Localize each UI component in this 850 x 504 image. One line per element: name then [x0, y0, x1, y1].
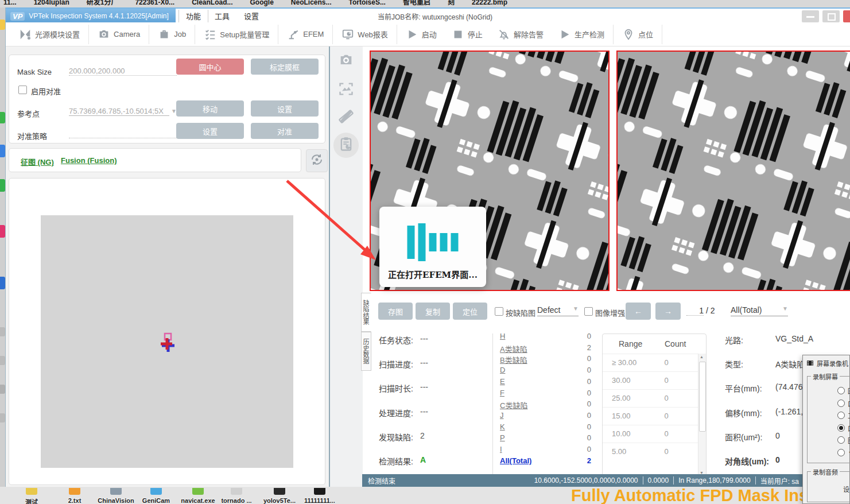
bookmark-item[interactable]: 智电重启 — [403, 0, 430, 7]
bookmark-item[interactable]: 722361-X0... — [135, 0, 174, 7]
desktop-icon[interactable] — [0, 20, 5, 30]
by-defect-checkbox[interactable] — [495, 307, 503, 316]
status-row-value: 2 — [420, 431, 425, 440]
refresh-button[interactable] — [306, 149, 328, 172]
toolbar-play[interactable]: 启动 — [398, 23, 444, 46]
mask-size-value[interactable]: 200.000,200.000 — [69, 67, 177, 76]
taskbar-item[interactable]: 11111111... — [294, 487, 346, 504]
defect-class-link[interactable]: B类缺陷 — [500, 354, 527, 365]
save-image-button[interactable]: 存图 — [378, 303, 413, 320]
bookmark-item[interactable]: NeoLicens... — [291, 0, 332, 7]
minimize-button[interactable] — [802, 10, 819, 22]
locate-button[interactable]: 定位 — [453, 303, 487, 320]
table-row[interactable]: ≥ 30.000 — [603, 354, 698, 372]
defect-class-link[interactable]: I — [500, 445, 502, 453]
desktop-icon[interactable] — [0, 179, 5, 192]
maximize-button[interactable] — [822, 10, 840, 22]
ref-point-value[interactable]: 75.7369,46.785,-10.5014;5X — [69, 107, 169, 116]
toolbar-briefcase[interactable]: Job — [150, 23, 193, 46]
table-row[interactable]: 25.000 — [603, 389, 698, 408]
scroll-up-icon[interactable]: ▲ — [700, 355, 704, 359]
calibrate-frame-button[interactable]: 标定膜框 — [251, 59, 319, 75]
set-strategy-button[interactable]: 设置 — [176, 123, 244, 139]
align-button[interactable]: 对准 — [251, 123, 319, 139]
bookmark-item[interactable]: 1204luplan — [34, 0, 69, 7]
bookmark-item[interactable]: Google — [250, 0, 273, 7]
circle-center-button[interactable]: 圆中心 — [176, 59, 244, 75]
report-button[interactable] — [333, 133, 359, 158]
record-mode-radio[interactable] — [837, 436, 845, 444]
close-button[interactable] — [843, 10, 850, 22]
defect-class-link[interactable]: K — [500, 422, 505, 431]
scrollbar-thumb[interactable] — [699, 362, 706, 432]
record-mode-radio[interactable] — [837, 424, 845, 432]
defect-class-link[interactable]: F — [500, 389, 504, 397]
record-mode-radio[interactable] — [837, 400, 845, 407]
tab-capture-ng[interactable]: 征图 (NG) — [21, 156, 54, 167]
menu-settings[interactable]: 设置 — [237, 10, 266, 24]
enhance-checkbox[interactable] — [584, 307, 593, 316]
defect-class-link[interactable]: P — [500, 433, 505, 442]
toolbar-play[interactable]: 生产检测 — [551, 23, 612, 46]
bookmark-item[interactable]: 11... — [3, 0, 17, 7]
desktop-icon[interactable] — [0, 277, 5, 289]
toolbar-camera[interactable]: Camera — [90, 23, 148, 46]
bookmark-item[interactable]: 22222.bmp — [472, 0, 507, 7]
measure-button[interactable] — [333, 105, 359, 130]
bookmark-item[interactable]: TortoiseS... — [349, 0, 386, 7]
mask-image-right[interactable] — [616, 51, 850, 291]
enable-align-checkbox[interactable] — [18, 86, 27, 94]
table-row[interactable]: 15.000 — [603, 407, 698, 425]
result-filter-dropdown[interactable]: All(Total)▼ — [731, 305, 788, 316]
defect-class-link[interactable]: E — [500, 377, 505, 386]
capture-camera-button[interactable] — [333, 49, 359, 74]
bookmark-item[interactable]: CleanLoad... — [192, 0, 232, 7]
toolbar-stop[interactable]: 停止 — [444, 23, 490, 46]
toolbar-robot-arm[interactable]: EFEM — [280, 23, 331, 46]
menu-function[interactable]: 功能 — [178, 10, 208, 24]
desktop-icon[interactable] — [0, 413, 5, 422]
set-ref-button[interactable]: 设置 — [251, 100, 319, 117]
tab-history-data[interactable]: 历史数据 — [361, 332, 371, 371]
range-cell: ≥ 30.00 — [612, 358, 636, 367]
toolbar-pin[interactable]: 点位 — [615, 23, 661, 46]
toolbar-checklist[interactable]: Setup批量管理 — [196, 23, 277, 46]
desktop-icon[interactable] — [0, 327, 5, 336]
record-mode-radio[interactable] — [837, 412, 845, 419]
copy-button[interactable]: 复制 — [416, 303, 450, 320]
desktop-icon[interactable] — [0, 112, 5, 123]
desktop-icon[interactable] — [0, 225, 5, 238]
tab-fusion[interactable]: Fusion (Fusion) — [61, 156, 117, 165]
table-row[interactable]: 5.000 — [603, 443, 698, 461]
bookmark-item[interactable]: 研发1分厂 — [87, 0, 118, 7]
defect-class-link[interactable]: J — [500, 411, 504, 420]
defect-class-link[interactable]: D — [500, 366, 505, 374]
record-mode-radio[interactable] — [837, 387, 845, 394]
menu-tools[interactable]: 工具 — [208, 10, 236, 24]
table-row[interactable]: 30.000 — [603, 371, 698, 390]
desktop-icon[interactable] — [0, 145, 5, 157]
move-button[interactable]: 移动 — [176, 100, 244, 117]
defect-class-link[interactable]: C类缺陷 — [500, 400, 527, 410]
tab-defect-results[interactable]: 缺陷结果 — [361, 293, 371, 332]
defect-class-link[interactable]: All(Total) — [500, 456, 531, 465]
play-icon — [558, 28, 571, 41]
image-scan-button[interactable] — [333, 77, 359, 103]
defect-class-count: 2 — [565, 343, 591, 352]
desktop-icon[interactable] — [0, 356, 5, 365]
toolbar-light-module[interactable]: 光源模块设置 — [11, 23, 87, 46]
desktop-icon[interactable] — [0, 385, 5, 394]
defect-type-dropdown[interactable]: Defect▼ — [537, 305, 579, 316]
prev-page-button[interactable]: ← — [626, 303, 651, 320]
record-mode-radio[interactable] — [837, 449, 845, 456]
defect-class-link[interactable]: A类缺陷 — [500, 343, 527, 354]
toolbar-bell-slash[interactable]: 解除告警 — [490, 23, 551, 46]
table-row[interactable]: 10.000 — [603, 425, 698, 443]
page-number-input[interactable]: 1 — [686, 306, 704, 316]
next-page-button[interactable]: → — [655, 303, 681, 320]
defect-class-link[interactable]: H — [500, 332, 505, 340]
toolbar-web-report[interactable]: Web报表 — [334, 23, 395, 46]
align-strategy-value[interactable] — [69, 129, 177, 138]
bookmark-item[interactable]: 刻 — [448, 0, 455, 7]
table-scrollbar[interactable]: ▲ ▼ — [698, 354, 706, 476]
